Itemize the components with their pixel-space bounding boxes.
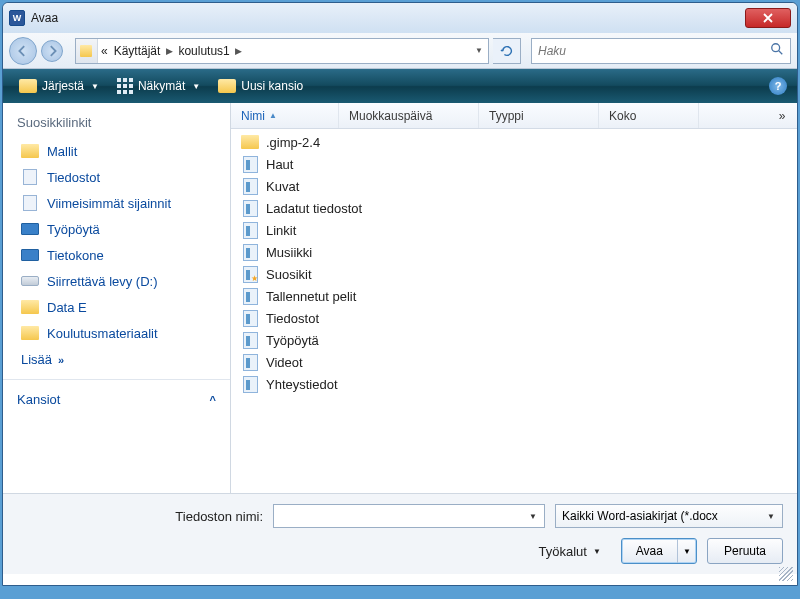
filename-label: Tiedoston nimi:	[17, 509, 263, 524]
sidebar-item-5[interactable]: Siirrettävä levy (D:)	[3, 268, 230, 294]
column-type[interactable]: Tyyppi	[479, 103, 599, 128]
folder-icon	[21, 325, 39, 341]
organize-button[interactable]: Järjestä ▼	[13, 76, 105, 96]
new-folder-icon	[218, 79, 236, 93]
views-button[interactable]: Näkymät ▼	[111, 75, 206, 97]
sidebar-item-1[interactable]: Tiedostot	[3, 164, 230, 190]
file-row[interactable]: Tiedostot	[231, 307, 797, 329]
sidebar-item-label: Siirrettävä levy (D:)	[47, 274, 158, 289]
sidebar-item-label: Mallit	[47, 144, 77, 159]
open-dialog: W Avaa « Käyttäjät ▶ koulutus1 ▶ ▼	[2, 2, 798, 586]
file-type-filter[interactable]: Kaikki Word-asiakirjat (*.docx ▼	[555, 504, 783, 528]
file-name: Työpöytä	[266, 333, 319, 348]
folder-icon	[21, 143, 39, 159]
bottom-panel: Tiedoston nimi: ▼ Kaikki Word-asiakirjat…	[3, 493, 797, 574]
help-button[interactable]: ?	[769, 77, 787, 95]
tools-label: Työkalut	[538, 544, 586, 559]
sidebar-item-0[interactable]: Mallit	[3, 138, 230, 164]
nav-back-button[interactable]	[9, 37, 37, 65]
new-folder-label: Uusi kansio	[241, 79, 303, 93]
titlebar: W Avaa	[3, 3, 797, 33]
file-row[interactable]: Yhteystiedot	[231, 373, 797, 395]
file-row[interactable]: Haut	[231, 153, 797, 175]
file-row[interactable]: Musiikki	[231, 241, 797, 263]
mon-icon	[21, 247, 39, 263]
special-folder-icon	[241, 221, 259, 239]
breadcrumb-seg-1[interactable]: koulutus1	[175, 44, 232, 58]
file-name: Videot	[266, 355, 303, 370]
refresh-icon	[500, 44, 514, 58]
window-title: Avaa	[31, 11, 745, 25]
organize-label: Järjestä	[42, 79, 84, 93]
cancel-button[interactable]: Peruuta	[707, 538, 783, 564]
open-dropdown[interactable]: ▼	[678, 547, 696, 556]
column-modified[interactable]: Muokkauspäivä	[339, 103, 479, 128]
nav-forward-button[interactable]	[41, 40, 63, 62]
file-name: Yhteystiedot	[266, 377, 338, 392]
column-size[interactable]: Koko	[599, 103, 699, 128]
column-more[interactable]: »	[767, 103, 797, 128]
search-input[interactable]	[538, 44, 770, 58]
sidebar-item-2[interactable]: Viimeisimmät sijainnit	[3, 190, 230, 216]
file-name: Musiikki	[266, 245, 312, 260]
search-box[interactable]	[531, 38, 791, 64]
breadcrumb-overflow[interactable]: «	[98, 44, 111, 58]
sidebar-more[interactable]: Lisää »	[3, 346, 230, 373]
file-row[interactable]: Linkit	[231, 219, 797, 241]
file-row[interactable]: Kuvat	[231, 175, 797, 197]
sidebar-more-label: Lisää	[21, 352, 52, 367]
chevron-down-icon: ▼	[192, 82, 200, 91]
chevron-down-icon[interactable]: ▼	[526, 512, 540, 521]
nav-bar: « Käyttäjät ▶ koulutus1 ▶ ▼	[3, 33, 797, 69]
sidebar-item-6[interactable]: Data E	[3, 294, 230, 320]
resize-grip[interactable]	[779, 567, 793, 581]
column-name[interactable]: Nimi▲	[231, 103, 339, 128]
file-name: Haut	[266, 157, 293, 172]
open-button[interactable]: Avaa ▼	[621, 538, 697, 564]
special-folder-icon	[241, 155, 259, 173]
sidebar-item-4[interactable]: Tietokone	[3, 242, 230, 268]
filename-input[interactable]: ▼	[273, 504, 545, 528]
file-name: Tallennetut pelit	[266, 289, 356, 304]
arrow-right-icon	[46, 45, 58, 57]
breadcrumb-seg-0[interactable]: Käyttäjät	[111, 44, 164, 58]
search-icon	[770, 42, 784, 60]
new-folder-button[interactable]: Uusi kansio	[212, 76, 309, 96]
open-label: Avaa	[636, 544, 663, 558]
file-row[interactable]: Tallennetut pelit	[231, 285, 797, 307]
refresh-button[interactable]	[493, 38, 521, 64]
breadcrumb[interactable]: « Käyttäjät ▶ koulutus1 ▶ ▼	[75, 38, 489, 64]
filename-field[interactable]	[280, 509, 526, 523]
sidebar-item-label: Tiedostot	[47, 170, 100, 185]
file-row[interactable]: .gimp-2.4	[231, 131, 797, 153]
chevron-down-icon: ▼	[593, 547, 601, 556]
folders-tree-toggle[interactable]: Kansiot ^	[3, 386, 230, 413]
folder-icon	[241, 133, 259, 151]
file-row[interactable]: Suosikit	[231, 263, 797, 285]
close-icon	[763, 13, 773, 23]
file-name: Ladatut tiedostot	[266, 201, 362, 216]
special-folder-icon	[241, 287, 259, 305]
arrow-left-icon	[17, 45, 29, 57]
doc-icon	[21, 195, 39, 211]
chevron-up-icon: ^	[210, 394, 216, 406]
file-row[interactable]: Ladatut tiedostot	[231, 197, 797, 219]
breadcrumb-root[interactable]	[76, 39, 98, 63]
sidebar-item-7[interactable]: Koulutusmateriaalit	[3, 320, 230, 346]
mon-icon	[21, 221, 39, 237]
special-folder-icon	[241, 265, 259, 283]
special-folder-icon	[241, 309, 259, 327]
close-button[interactable]	[745, 8, 791, 28]
chevron-right-icon: »	[58, 354, 64, 366]
file-row[interactable]: Työpöytä	[231, 329, 797, 351]
chevron-down-icon[interactable]: ▼	[764, 512, 778, 521]
special-folder-icon	[241, 243, 259, 261]
sidebar-item-3[interactable]: Työpöytä	[3, 216, 230, 242]
sidebar-header: Suosikkilinkit	[3, 111, 230, 138]
views-label: Näkymät	[138, 79, 185, 93]
divider	[3, 379, 230, 380]
tools-button[interactable]: Työkalut ▼	[538, 544, 600, 559]
file-row[interactable]: Videot	[231, 351, 797, 373]
file-list[interactable]: .gimp-2.4HautKuvatLadatut tiedostotLinki…	[231, 129, 797, 493]
breadcrumb-dropdown[interactable]: ▼	[470, 46, 488, 55]
